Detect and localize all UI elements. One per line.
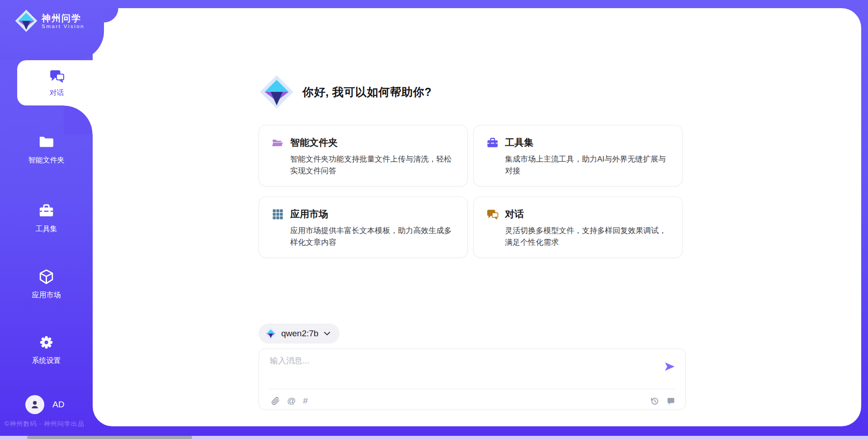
cube-icon: [38, 269, 54, 285]
card-description: 集成市场上主流工具，助力AI与外界无缝扩展与对接: [505, 153, 670, 177]
card-header: 工具集: [486, 136, 670, 149]
card-title: 应用市场: [290, 208, 328, 220]
grid-icon: [272, 208, 284, 220]
card-description: 应用市场提供丰富长文本模板，助力高效生成多样化文章内容: [290, 225, 455, 248]
diamond-gem-icon: [14, 9, 38, 33]
sidebar-item-label: 工具集: [36, 224, 57, 234]
sidebar-item-toolset[interactable]: 工具集: [0, 203, 93, 234]
toolbox-icon: [486, 137, 499, 149]
card-title: 智能文件夹: [290, 136, 338, 149]
chevron-down-icon: [324, 331, 330, 336]
sidebar-item-smart-folder[interactable]: 智能文件夹: [0, 134, 93, 165]
horizontal-scrollbar[interactable]: [0, 436, 868, 439]
card-header: 智能文件夹: [272, 136, 455, 149]
feature-cards: 智能文件夹 智能文件夹功能支持批量文件上传与清洗，轻松实现文件问答 工具集 集成…: [259, 125, 683, 258]
scrollbar-thumb[interactable]: [27, 436, 192, 439]
brand-subtitle: Smart Vision: [42, 24, 85, 29]
paperclip-icon[interactable]: [271, 396, 280, 406]
card-description: 灵活切换多模型文件，支持多样回复效果调试，满足个性化需求: [505, 225, 670, 248]
sidebar-item-label: 系统设置: [32, 356, 61, 366]
brand-name: 神州问学: [42, 13, 85, 24]
hash-icon[interactable]: #: [303, 396, 308, 406]
sidebar-item-label: 应用市场: [32, 291, 61, 300]
sidebar-item-label: 智能文件夹: [28, 156, 65, 165]
card-header: 对话: [486, 208, 670, 220]
greeting-text: 你好, 我可以如何帮助你?: [302, 85, 432, 100]
greeting-row: 你好, 我可以如何帮助你?: [259, 74, 432, 110]
brand: 神州问学 Smart Vision: [14, 9, 85, 33]
history-icon[interactable]: [650, 396, 659, 406]
diamond-gem-icon: [259, 74, 294, 110]
card-description: 智能文件夹功能支持批量文件上传与清洗，轻松实现文件问答: [290, 153, 455, 177]
card-title: 对话: [505, 208, 524, 220]
brand-text: 神州问学 Smart Vision: [42, 13, 85, 29]
card-toolset[interactable]: 工具集 集成市场上主流工具，助力AI与外界无缝扩展与对接: [473, 125, 683, 186]
card-header: 应用市场: [272, 208, 455, 220]
person-icon: [29, 399, 40, 410]
card-chat[interactable]: 对话 灵活切换多模型文件，支持多样回复效果调试，满足个性化需求: [473, 196, 683, 258]
toolbox-icon: [38, 203, 54, 219]
message-input[interactable]: [270, 355, 659, 383]
diamond-gem-icon: [265, 328, 277, 339]
user-account[interactable]: AD: [25, 395, 64, 414]
chat-bubble-icon[interactable]: [666, 396, 675, 406]
card-title: 工具集: [505, 136, 533, 149]
sidebar: 神州问学 Smart Vision 智能文件夹 工具集 应用市场 系统设置 AD…: [0, 0, 93, 439]
card-smart-folder[interactable]: 智能文件夹 智能文件夹功能支持批量文件上传与清洗，轻松实现文件问答: [259, 125, 468, 186]
composer-toolbar: @ #: [271, 393, 675, 409]
sidebar-item-settings[interactable]: 系统设置: [0, 334, 93, 366]
main-content: 你好, 我可以如何帮助你? 智能文件夹 智能文件夹功能支持批量文件上传与清洗，轻…: [93, 8, 861, 426]
chat-bubbles-icon: [486, 208, 499, 220]
copyright-text: ©神州数码 · 神州问学出品: [5, 420, 85, 428]
user-initials: AD: [52, 400, 64, 410]
model-selector[interactable]: qwen2:7b: [259, 324, 340, 344]
message-composer: @ #: [259, 348, 686, 410]
avatar: [25, 395, 44, 414]
at-sign-icon[interactable]: @: [287, 396, 296, 406]
open-folder-icon: [272, 137, 284, 149]
gear-icon: [38, 334, 54, 350]
send-plane-icon[interactable]: [664, 361, 675, 372]
sidebar-item-app-market[interactable]: 应用市场: [0, 269, 93, 300]
card-app-market[interactable]: 应用市场 应用市场提供丰富长文本模板，助力高效生成多样化文章内容: [259, 196, 468, 258]
model-name: qwen2:7b: [281, 329, 318, 339]
composer-divider: [268, 389, 676, 389]
folder-icon: [38, 134, 54, 150]
